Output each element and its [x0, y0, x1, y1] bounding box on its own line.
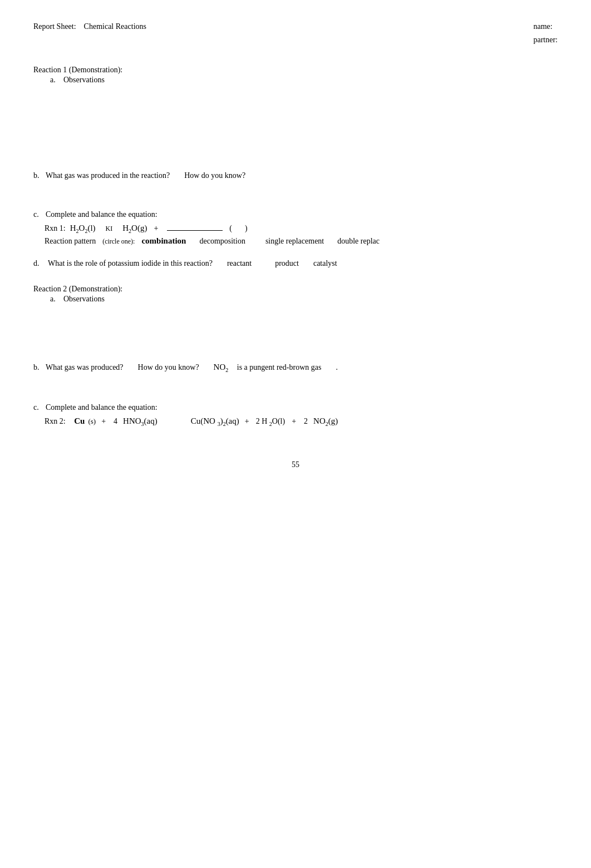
rxn2-plus1: + — [101, 417, 106, 426]
r2-answer-rest: is a pungent red-brown gas — [237, 363, 322, 372]
rxn2-no2: NO2(g) — [313, 416, 338, 427]
rxn2-plus3: + — [292, 417, 296, 426]
letter-b: b. — [33, 171, 42, 180]
rxn1-paren-close: ) — [245, 224, 248, 233]
r2-letter-a: a. — [50, 295, 59, 304]
name-label: name: — [533, 22, 552, 31]
r2-question-b-text: What gas was produced? — [46, 363, 124, 372]
reaction2-question-c: c. Complete and balance the equation: Rx… — [33, 403, 558, 427]
reaction1-observations-area — [50, 88, 558, 160]
equation-row-1: Rxn 1: H2O2(l) KI H2O(g) + ( ) — [45, 224, 558, 234]
question-c-text: Complete and balance the equation: — [46, 210, 157, 219]
page-number: 55 — [33, 460, 558, 469]
letter-c: c. — [33, 210, 42, 219]
r2-period: . — [336, 363, 338, 372]
reaction2-title: Reaction 2 (Demonstration): — [33, 285, 558, 294]
option-decomposition: decomposition — [199, 237, 245, 246]
rxn2-cu: Cu — [74, 416, 85, 426]
rxn1-paren-open: ( — [229, 224, 232, 233]
option-combination: combination — [141, 236, 186, 246]
r2-observations-label: Observations — [63, 295, 105, 304]
page: Report Sheet: Chemical Reactions name: p… — [33, 22, 558, 469]
r2-question-c-text: Complete and balance the equation: — [46, 403, 157, 412]
rxn2-plus2: + — [245, 417, 249, 426]
reaction2-section: Reaction 2 (Demonstration): a. Observati… — [33, 285, 558, 427]
rxn2-coeff: 4 — [114, 417, 117, 426]
option-double-replacement: double replac — [337, 237, 380, 246]
r2-letter-c: c. — [33, 403, 42, 412]
reaction1-title: Reaction 1 (Demonstration): — [33, 66, 558, 75]
rxn2-coeff3: 2 — [304, 417, 308, 426]
circle-one: (circle one): — [102, 237, 135, 246]
rxn2-equation-row: Rxn 2: Cu (s) + 4 HNO3(aq) Cu(NO 3)2(aq)… — [45, 416, 558, 427]
name-line: name: — [533, 22, 558, 31]
reaction1-subsection-a: a. Observations — [50, 76, 558, 85]
option-single-replacement: single replacement — [265, 237, 324, 246]
reaction2-question-b: b. What gas was produced? How do you kno… — [33, 363, 558, 373]
reaction-pattern-row: Reaction pattern (circle one): combinati… — [45, 236, 558, 246]
rxn2-label: Rxn 2: — [45, 417, 66, 426]
partner-line: partner: — [533, 36, 558, 44]
question-d-text: What is the role of potassium iodide in … — [48, 259, 213, 268]
option-catalyst: catalyst — [313, 259, 337, 268]
report-sheet-label: Report Sheet: — [33, 22, 76, 31]
rxn1-blank — [167, 230, 223, 231]
letter-d: d. — [33, 259, 42, 268]
letter-a: a. — [50, 76, 59, 85]
rxn1-label: Rxn 1: — [45, 224, 66, 233]
header: Report Sheet: Chemical Reactions name: p… — [33, 22, 558, 49]
rxn1-plus: + — [154, 224, 158, 233]
observations-label: Observations — [63, 76, 105, 85]
r2-question-b-how: How do you know? — [138, 363, 199, 372]
r2-no2: NO2 — [214, 363, 229, 373]
reaction1-question-b: b. What gas was produced in the reaction… — [33, 171, 558, 180]
r2-letter-b: b. — [33, 363, 42, 372]
reaction1-question-d: d. What is the role of potassium iodide … — [33, 259, 558, 268]
rxn1-formula2: H2O(g) — [122, 224, 147, 234]
reaction1-question-c: c. Complete and balance the equation: Rx… — [33, 210, 558, 246]
rxn2-products: Cu(NO 3)2(aq) — [191, 416, 239, 427]
reaction2-subsection-a: a. Observations — [50, 295, 558, 304]
reaction-pattern-label: Reaction pattern — [45, 237, 96, 246]
reaction2-observations-area — [50, 307, 558, 351]
partner-label: partner: — [533, 36, 558, 44]
rxn1-ki: KI — [106, 225, 113, 233]
reaction1-section: Reaction 1 (Demonstration): a. Observati… — [33, 66, 558, 268]
page-number-value: 55 — [292, 460, 299, 469]
option-reactant: reactant — [227, 259, 252, 268]
rxn2-hno3: HNO3(aq) — [123, 416, 157, 427]
option-product: product — [275, 259, 299, 268]
rxn2-cu-state: (s) — [88, 417, 96, 426]
question-b-text: What gas was produced in the reaction? — [46, 171, 170, 180]
header-right: name: partner: — [533, 22, 558, 49]
header-left: Report Sheet: Chemical Reactions — [33, 22, 146, 31]
question-b-how: How do you know? — [184, 171, 245, 180]
page-title: Chemical Reactions — [84, 22, 146, 31]
rxn1-formula1: H2O2(l) — [70, 224, 96, 234]
rxn2-coeff2: 2 H 2O(l) — [256, 417, 285, 427]
